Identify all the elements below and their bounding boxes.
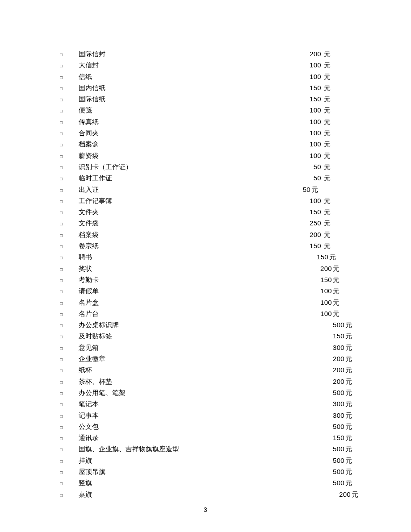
checkbox-icon: □ [60, 117, 79, 128]
checkbox-icon: □ [60, 162, 79, 173]
item-price-block: 500元 [298, 477, 352, 489]
list-item: □考勤卡150元 [60, 274, 331, 285]
item-name: 档案盒 [79, 139, 277, 150]
checkbox-icon: □ [60, 218, 79, 229]
item-name: 记事本 [79, 410, 277, 421]
item-price-block: 500元 [298, 319, 352, 331]
item-price-block: 500元 [298, 421, 352, 432]
checkbox-icon: □ [60, 467, 79, 478]
checkbox-icon: □ [60, 151, 79, 162]
item-price: 300 [333, 398, 344, 409]
list-item: □信纸100元 [60, 71, 331, 82]
checkbox-icon: □ [60, 196, 79, 207]
item-name: 通讯录 [79, 432, 277, 444]
item-name: 聘书 [79, 252, 277, 263]
checkbox-icon: □ [60, 83, 79, 94]
item-unit: 元 [324, 116, 331, 128]
checkbox-icon: □ [60, 377, 79, 388]
list-item: □挂旗500元 [60, 455, 331, 466]
item-price-block: 100元 [286, 308, 340, 320]
item-name: 办公桌标识牌 [79, 320, 277, 331]
item-price: 500 [333, 421, 344, 432]
item-price: 150 [333, 330, 344, 341]
checkbox-icon: □ [60, 60, 79, 71]
item-price: 250 [310, 217, 321, 229]
item-price-block: 150元 [282, 251, 336, 263]
item-unit: 元 [324, 49, 331, 60]
checkbox-icon: □ [60, 478, 79, 489]
item-price-block: 500元 [298, 387, 352, 399]
list-item: □便笺100元 [60, 104, 331, 116]
item-unit: 元 [345, 444, 352, 455]
page-number: 3 [0, 506, 411, 513]
item-price: 100 [310, 116, 321, 127]
checkbox-icon: □ [60, 365, 79, 376]
item-name: 国内信纸 [79, 83, 277, 94]
item-unit: 元 [352, 489, 358, 500]
item-unit: 元 [324, 128, 331, 139]
checkbox-icon: □ [60, 185, 79, 196]
list-item: □名片盒100元 [60, 297, 331, 308]
item-price-block: 150元 [277, 93, 331, 105]
item-price: 500 [333, 477, 344, 488]
item-unit: 元 [345, 421, 352, 432]
item-unit: 元 [311, 184, 318, 195]
list-item: □企业徽章200元 [60, 353, 331, 364]
item-price-block: 200元 [277, 229, 331, 241]
item-name: 便笺 [79, 105, 277, 116]
item-unit: 元 [345, 478, 352, 489]
item-unit: 元 [333, 286, 340, 297]
list-item: □笔记本300元 [60, 398, 331, 409]
item-name: 大信封 [79, 60, 277, 71]
checkbox-icon: □ [60, 230, 79, 241]
item-name: 笔记本 [79, 399, 277, 410]
list-item: □桌旗200元 [60, 489, 331, 500]
item-price: 100 [320, 297, 332, 308]
list-item: □奖状200元 [60, 263, 331, 274]
list-item: □纸杯200元 [60, 364, 331, 375]
checkbox-icon: □ [60, 286, 79, 297]
list-item: □意见箱300元 [60, 342, 331, 353]
checkbox-icon: □ [60, 388, 79, 399]
item-price-block: 100元 [277, 195, 331, 207]
item-price-block: 200元 [305, 489, 358, 500]
checkbox-icon: □ [60, 343, 79, 354]
item-price: 500 [333, 455, 344, 466]
item-name: 卷宗纸 [79, 241, 277, 252]
item-price: 200 [310, 229, 321, 240]
item-price-block: 150元 [298, 330, 352, 342]
item-price: 200 [310, 48, 321, 59]
item-unit: 元 [324, 241, 331, 252]
checkbox-icon: □ [60, 444, 79, 455]
item-price: 150 [317, 251, 328, 262]
item-name: 茶杯、杯垫 [79, 376, 277, 387]
item-price-block: 200元 [298, 364, 352, 376]
item-unit: 元 [345, 342, 352, 353]
item-name: 国际信封 [79, 49, 277, 60]
item-price: 150 [310, 240, 321, 251]
checkbox-icon: □ [60, 354, 79, 365]
item-name: 竖旗 [79, 478, 277, 489]
item-price: 100 [310, 127, 321, 138]
checkbox-icon: □ [60, 309, 79, 320]
list-item: □文件夹150元 [60, 206, 331, 217]
item-name: 国际信纸 [79, 94, 277, 105]
item-unit: 元 [324, 71, 331, 83]
item-price-block: 150元 [277, 240, 331, 252]
item-name: 工作记事簿 [79, 195, 277, 207]
list-item: □临时工作证50元 [60, 172, 331, 183]
checkbox-icon: □ [60, 49, 79, 60]
item-unit: 元 [345, 399, 352, 410]
list-item: □茶杯、杯垫200元 [60, 376, 331, 387]
checkbox-icon: □ [60, 94, 79, 105]
item-unit: 元 [324, 173, 331, 184]
item-price: 200 [320, 263, 332, 274]
item-name: 识别卡（工作证） [79, 162, 277, 173]
item-unit: 元 [333, 263, 340, 274]
checkbox-icon: □ [60, 139, 79, 150]
checkbox-icon: □ [60, 275, 79, 286]
item-price: 200 [333, 353, 344, 364]
list-item: □工作记事簿100元 [60, 195, 331, 206]
item-price: 50 [314, 172, 321, 183]
item-price-block: 100元 [277, 104, 331, 116]
